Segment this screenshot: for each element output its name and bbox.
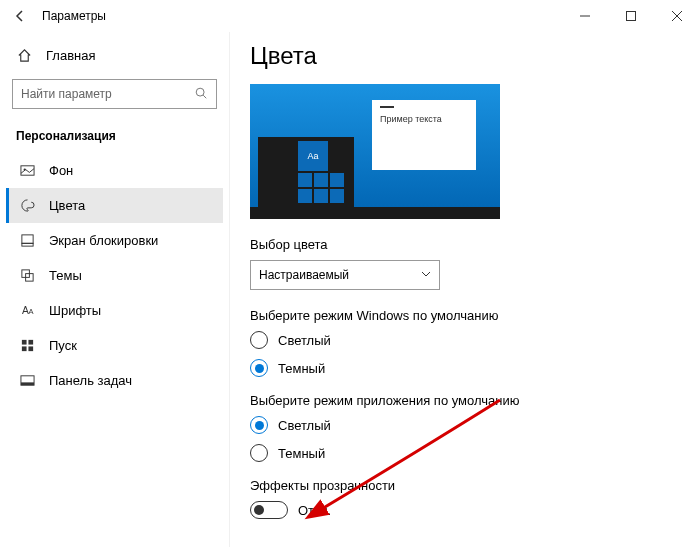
close-button[interactable] <box>654 0 700 32</box>
content-area: Цвета Aa Пример текста Выбор цвета Настр… <box>230 32 700 547</box>
nav-label: Цвета <box>49 198 85 213</box>
nav-label: Пуск <box>49 338 77 353</box>
transparency-label: Эффекты прозрачности <box>250 478 680 493</box>
nav-start[interactable]: Пуск <box>6 328 223 363</box>
windows-mode-label: Выберите режим Windows по умолчанию <box>250 308 680 323</box>
radio-label: Темный <box>278 361 325 376</box>
preview-tile-aa: Aa <box>298 141 328 171</box>
radio-icon <box>250 444 268 462</box>
preview-tiles <box>298 173 344 203</box>
fonts-icon: AA <box>19 303 35 318</box>
picture-icon <box>19 163 35 178</box>
windows-mode-light-radio[interactable]: Светлый <box>250 331 680 349</box>
app-mode-light-radio[interactable]: Светлый <box>250 416 680 434</box>
color-choice-label: Выбор цвета <box>250 237 680 252</box>
start-icon <box>19 338 35 353</box>
minimize-button[interactable] <box>562 0 608 32</box>
maximize-button[interactable] <box>608 0 654 32</box>
color-choice-dropdown[interactable]: Настраиваемый <box>250 260 440 290</box>
radio-icon <box>250 359 268 377</box>
nav-taskbar[interactable]: Панель задач <box>6 363 223 398</box>
nav-themes[interactable]: Темы <box>6 258 223 293</box>
page-title: Цвета <box>250 42 680 70</box>
back-button[interactable] <box>10 6 30 26</box>
preview-taskbar <box>250 207 500 219</box>
app-mode-label: Выберите режим приложения по умолчанию <box>250 393 680 408</box>
svg-rect-19 <box>20 382 33 385</box>
radio-label: Светлый <box>278 333 331 348</box>
dropdown-value: Настраиваемый <box>259 268 349 282</box>
windows-mode-dark-radio[interactable]: Темный <box>250 359 680 377</box>
svg-rect-17 <box>28 346 33 351</box>
chevron-down-icon <box>421 268 431 282</box>
toggle-state: Откл. <box>298 503 331 518</box>
svg-rect-16 <box>21 346 26 351</box>
radio-icon <box>250 416 268 434</box>
svg-point-4 <box>196 88 204 96</box>
radio-label: Темный <box>278 446 325 461</box>
svg-text:A: A <box>28 307 33 316</box>
nav-label: Темы <box>49 268 82 283</box>
svg-rect-9 <box>21 243 32 246</box>
window-controls <box>562 0 700 32</box>
preview-window: Пример текста <box>372 100 476 170</box>
lockscreen-icon <box>19 233 35 248</box>
app-mode-dark-radio[interactable]: Темный <box>250 444 680 462</box>
nav-background[interactable]: Фон <box>6 153 223 188</box>
search-icon <box>194 86 208 103</box>
transparency-toggle[interactable] <box>250 501 288 519</box>
svg-rect-8 <box>21 235 32 243</box>
section-title: Персонализация <box>6 123 223 153</box>
home-label: Главная <box>46 48 95 63</box>
window-title: Параметры <box>42 9 106 23</box>
svg-rect-15 <box>28 340 33 345</box>
palette-icon <box>19 198 35 213</box>
nav-lockscreen[interactable]: Экран блокировки <box>6 223 223 258</box>
color-preview: Aa Пример текста <box>250 84 500 219</box>
svg-rect-14 <box>21 340 26 345</box>
radio-icon <box>250 331 268 349</box>
svg-rect-1 <box>627 12 636 21</box>
taskbar-icon <box>19 373 35 388</box>
nav-label: Панель задач <box>49 373 132 388</box>
nav-label: Шрифты <box>49 303 101 318</box>
search-placeholder: Найти параметр <box>21 87 112 101</box>
preview-text: Пример текста <box>380 114 468 124</box>
nav-label: Фон <box>49 163 73 178</box>
sidebar: Главная Найти параметр Персонализация Фо… <box>0 32 230 547</box>
nav-label: Экран блокировки <box>49 233 158 248</box>
svg-line-5 <box>203 95 206 98</box>
nav-fonts[interactable]: AA Шрифты <box>6 293 223 328</box>
nav-colors[interactable]: Цвета <box>6 188 223 223</box>
search-input[interactable]: Найти параметр <box>12 79 217 109</box>
home-link[interactable]: Главная <box>6 40 223 71</box>
titlebar: Параметры <box>0 0 700 32</box>
radio-label: Светлый <box>278 418 331 433</box>
home-icon <box>16 48 32 63</box>
themes-icon <box>19 268 35 283</box>
